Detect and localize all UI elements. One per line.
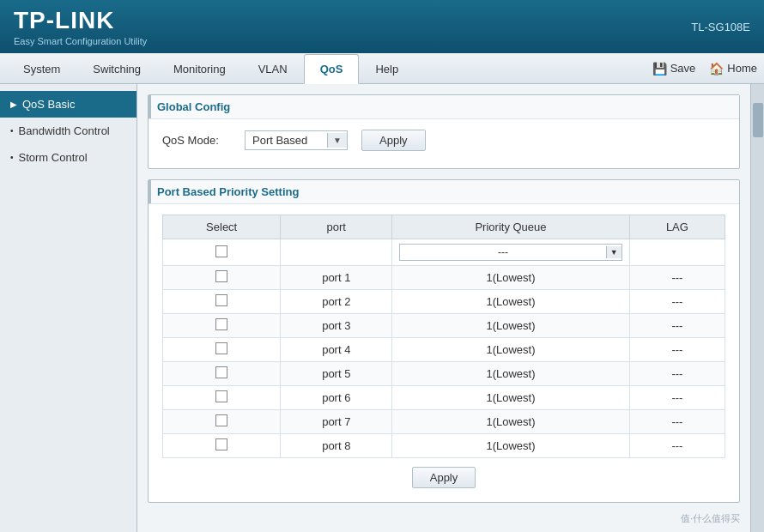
global-config-apply-button[interactable]: Apply <box>361 130 426 151</box>
home-button[interactable]: 🏠 Home <box>709 62 757 76</box>
sidebar-item-bandwidth-control[interactable]: • Bandwidth Control <box>0 118 136 144</box>
port-name-6: port 6 <box>281 386 392 410</box>
port-based-section: Port Based Priority Setting Select port … <box>148 179 740 503</box>
home-icon: 🏠 <box>709 62 724 76</box>
qos-mode-row: QoS Mode: Port Based ▼ Apply <box>162 130 725 151</box>
priority-4: 1(Lowest) <box>392 338 630 362</box>
chevron-down-icon[interactable]: ▼ <box>327 133 347 148</box>
port-based-apply-button[interactable]: Apply <box>412 467 476 488</box>
save-button[interactable]: 💾 Save <box>652 62 696 76</box>
logo: TP-LINK <box>14 7 147 34</box>
table-row: port 5 1(Lowest) --- <box>163 362 725 386</box>
row-checkbox-3[interactable] <box>215 318 227 330</box>
lag-5: --- <box>629 362 725 386</box>
global-config-content: QoS Mode: Port Based ▼ Apply <box>149 119 739 168</box>
priority-7: 1(Lowest) <box>392 410 630 434</box>
port-name-2: port 2 <box>281 290 392 314</box>
table-row: port 3 1(Lowest) --- <box>163 314 725 338</box>
lag-3: --- <box>629 314 725 338</box>
priority-3: 1(Lowest) <box>392 314 630 338</box>
select-all-checkbox[interactable] <box>215 245 227 257</box>
port-based-content: Select port Priority Queue LAG <box>149 204 739 502</box>
row-checkbox-6[interactable] <box>215 390 227 402</box>
sidebar-item-label: QoS Basic <box>22 98 75 111</box>
save-label: Save <box>670 62 696 75</box>
lag-2: --- <box>629 290 725 314</box>
device-model: TL-SG108E <box>691 21 750 33</box>
content-area: Global Config QoS Mode: Port Based ▼ App… <box>137 84 750 532</box>
row-checkbox-1[interactable] <box>215 270 227 282</box>
port-all-cell <box>281 239 392 266</box>
logo-area: TP-LINK Easy Smart Configuration Utility <box>14 7 147 46</box>
select-all-cell <box>163 239 281 266</box>
priority-5: 1(Lowest) <box>392 362 630 386</box>
priority-1: 1(Lowest) <box>392 266 630 290</box>
table-row: port 8 1(Lowest) --- <box>163 434 725 458</box>
col-priority: Priority Queue <box>392 215 630 239</box>
tab-qos[interactable]: QoS <box>304 54 360 84</box>
tab-vlan[interactable]: VLAN <box>242 54 304 84</box>
port-name-8: port 8 <box>281 434 392 458</box>
sidebar-item-label: Bandwidth Control <box>19 124 110 137</box>
priority-2: 1(Lowest) <box>392 290 630 314</box>
sidebar-item-qos-basic[interactable]: ▶ QoS Basic <box>0 91 136 118</box>
port-table: Select port Priority Queue LAG <box>162 215 725 458</box>
nav-tabs: System Switching Monitoring VLAN QoS Hel… <box>7 53 415 83</box>
row-checkbox-5[interactable] <box>215 366 227 378</box>
port-name-7: port 7 <box>281 410 392 434</box>
port-name-3: port 3 <box>281 314 392 338</box>
lag-6: --- <box>629 386 725 410</box>
priority-select-cell: --- ▼ <box>392 239 630 266</box>
qos-mode-label: QoS Mode: <box>162 134 231 147</box>
sidebar-item-label: Storm Control <box>19 151 88 164</box>
tab-monitoring[interactable]: Monitoring <box>157 54 242 84</box>
lag-7: --- <box>629 410 725 434</box>
row-checkbox-4[interactable] <box>215 342 227 354</box>
qos-mode-value: Port Based <box>246 131 327 149</box>
table-row: port 6 1(Lowest) --- <box>163 386 725 410</box>
global-config-title: Global Config <box>149 95 739 119</box>
port-name-5: port 5 <box>281 362 392 386</box>
tab-system[interactable]: System <box>7 54 76 84</box>
lag-4: --- <box>629 338 725 362</box>
bullet-icon: • <box>10 153 14 162</box>
sidebar-item-storm-control[interactable]: • Storm Control <box>0 144 136 171</box>
lag-all-cell <box>629 239 725 266</box>
qos-mode-select[interactable]: Port Based ▼ <box>245 130 348 150</box>
table-select-row: --- ▼ <box>163 239 725 266</box>
nav-actions: 💾 Save 🏠 Home <box>652 62 757 76</box>
priority-all-value: --- <box>400 245 606 260</box>
table-row: port 2 1(Lowest) --- <box>163 290 725 314</box>
arrow-icon: ▶ <box>10 100 17 109</box>
bottom-apply-row: Apply <box>162 458 725 492</box>
table-row: port 4 1(Lowest) --- <box>163 338 725 362</box>
table-row: port 1 1(Lowest) --- <box>163 266 725 290</box>
home-label: Home <box>727 62 757 75</box>
scrollbar[interactable] <box>750 84 764 532</box>
port-name-1: port 1 <box>281 266 392 290</box>
row-checkbox-7[interactable] <box>215 414 227 426</box>
scrollbar-thumb[interactable] <box>753 103 763 137</box>
port-based-title: Port Based Priority Setting <box>149 180 739 204</box>
main-layout: ▶ QoS Basic • Bandwidth Control • Storm … <box>0 84 764 532</box>
priority-8: 1(Lowest) <box>392 434 630 458</box>
tab-switching[interactable]: Switching <box>76 54 157 84</box>
port-name-4: port 4 <box>281 338 392 362</box>
row-checkbox-2[interactable] <box>215 294 227 306</box>
bullet-icon: • <box>10 126 14 136</box>
save-icon: 💾 <box>652 62 667 76</box>
priority-all-select[interactable]: --- ▼ <box>399 244 622 261</box>
priority-6: 1(Lowest) <box>392 386 630 410</box>
lag-1: --- <box>629 266 725 290</box>
watermark: 值·什么值得买 <box>681 512 740 525</box>
navbar: System Switching Monitoring VLAN QoS Hel… <box>0 53 764 84</box>
table-row: port 7 1(Lowest) --- <box>163 410 725 434</box>
col-port: port <box>281 215 392 239</box>
tab-help[interactable]: Help <box>359 54 415 84</box>
lag-8: --- <box>629 434 725 458</box>
header: TP-LINK Easy Smart Configuration Utility… <box>0 0 764 53</box>
row-checkbox-8[interactable] <box>215 438 227 450</box>
chevron-down-icon[interactable]: ▼ <box>606 246 622 258</box>
global-config-section: Global Config QoS Mode: Port Based ▼ App… <box>148 94 740 169</box>
col-lag: LAG <box>629 215 725 239</box>
